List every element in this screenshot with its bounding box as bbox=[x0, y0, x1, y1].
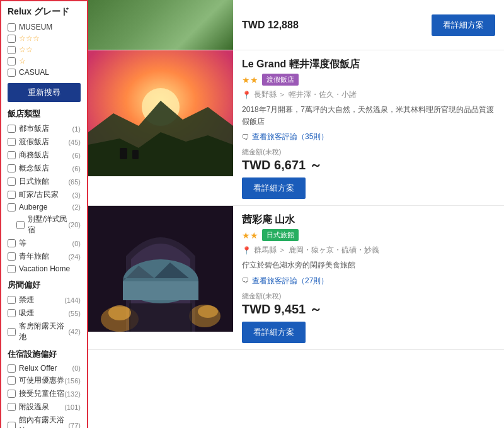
type-ryokan-label: 日式旅館 bbox=[19, 176, 49, 187]
fac-children-label: 接受兒童住宿 bbox=[19, 388, 64, 399]
hotel-2-badge: 渡假飯店 bbox=[262, 74, 299, 86]
type-business-hotel-count: (6) bbox=[72, 152, 81, 159]
hotel-2-info: Le Grand 輕井澤度假飯店 ★★ 渡假飯店 📍 長野縣 ＞ 輕井澤・佐久・… bbox=[233, 50, 504, 205]
hotel-2-price: TWD 6,671 ～ bbox=[242, 157, 495, 174]
type-villa-checkbox[interactable] bbox=[16, 221, 25, 229]
type-resort-hotel-checkbox[interactable] bbox=[8, 138, 16, 146]
type-etc-label: 等 bbox=[19, 238, 26, 249]
hotel-3-price-row: 總金額(未稅) TWD 9,451 ～ bbox=[242, 291, 495, 318]
type-concept-hotel-checkbox[interactable] bbox=[8, 164, 16, 172]
type-hostel-checkbox[interactable] bbox=[8, 252, 16, 261]
hotel-3-desc: 佇立於碧色湖水旁的閑靜美食旅館 bbox=[242, 259, 495, 271]
facility-pref-title: 住宿設施偏好 bbox=[8, 349, 81, 360]
pref-smoking-label: 吸煙 bbox=[19, 308, 34, 318]
type-machiya: 町家/古民家 (3) bbox=[8, 189, 81, 200]
fac-outdoor-bath-checkbox[interactable] bbox=[8, 422, 16, 429]
type-resort-hotel-label: 渡假飯店 bbox=[19, 137, 49, 147]
pref-no-smoking: 禁煙 (144) bbox=[8, 295, 81, 305]
type-ryokan-checkbox[interactable] bbox=[8, 177, 16, 186]
grade-casual: CASUAL bbox=[8, 68, 81, 77]
type-etc: 等 (0) bbox=[8, 238, 81, 249]
svg-rect-5 bbox=[132, 150, 139, 159]
grade-museum: MUSEUM bbox=[8, 23, 81, 31]
fac-outdoor-bath-label: 館內有露天浴池 bbox=[19, 415, 68, 428]
fac-coupon-checkbox[interactable] bbox=[8, 376, 16, 385]
grade-2stars-checkbox[interactable] bbox=[8, 46, 16, 54]
hotel-card-2: Le Grand 輕井澤度假飯店 ★★ 渡假飯店 📍 長野縣 ＞ 輕井澤・佐久・… bbox=[88, 50, 504, 206]
fac-outdoor-bath-count: (77) bbox=[68, 422, 81, 428]
hotel-3-detail-button[interactable]: 看詳細方案 bbox=[242, 322, 306, 343]
type-hostel-count: (24) bbox=[68, 253, 81, 261]
hotel-3-badge: 日式旅館 bbox=[262, 229, 299, 241]
type-villa-label: 別墅/洋式民宿 bbox=[28, 214, 68, 235]
grade-1star-checkbox[interactable] bbox=[8, 57, 16, 65]
grade-casual-label: CASUAL bbox=[19, 68, 49, 77]
pref-no-smoking-checkbox[interactable] bbox=[8, 296, 16, 304]
svg-rect-4 bbox=[120, 148, 127, 159]
type-vacation-home-label: Vacation Home bbox=[19, 264, 70, 273]
type-business-hotel: 商務飯店 (6) bbox=[8, 150, 81, 160]
room-pref-title: 房間偏好 bbox=[8, 279, 81, 291]
hotel-2-badges: ★★ 渡假飯店 bbox=[242, 74, 495, 86]
hotel-2-price-label: 總金額(未稅) bbox=[242, 147, 495, 157]
type-machiya-checkbox[interactable] bbox=[8, 191, 16, 199]
hotel-2-reviews: 🗨 查看旅客評論（35則） bbox=[242, 132, 495, 142]
type-city-hotel-checkbox[interactable] bbox=[8, 125, 16, 133]
type-resort-hotel: 渡假飯店 (45) bbox=[8, 137, 81, 147]
hotel-1-detail-button[interactable]: 看詳細方案 bbox=[432, 14, 495, 36]
type-auberge-count: (2) bbox=[72, 203, 81, 211]
hotel-3-location: 📍 群馬縣 ＞ 鹿岡・猿ヶ京・硫磺・妙義 bbox=[242, 245, 495, 256]
pref-no-smoking-count: (144) bbox=[64, 296, 81, 304]
hotel-3-reviews: 🗨 查看旅客評論（27則） bbox=[242, 276, 495, 286]
hotel-2-detail-button[interactable]: 看詳細方案 bbox=[242, 177, 306, 199]
fac-relux-offer-count: (0) bbox=[72, 364, 81, 372]
fac-outdoor-bath: 館內有露天浴池 (77) bbox=[8, 415, 81, 428]
hotel-type-title: 飯店類型 bbox=[8, 108, 81, 120]
fac-relux-offer-checkbox[interactable] bbox=[8, 364, 16, 373]
fac-children-checkbox[interactable] bbox=[8, 390, 16, 398]
pref-smoking-checkbox[interactable] bbox=[8, 309, 16, 317]
sidebar: Relux グレード MUSEUM ☆☆☆ ☆☆ ☆ CASUAL 重新搜尋 飯… bbox=[0, 0, 88, 428]
hotel-2-reviews-link[interactable]: 查看旅客評論（35則） bbox=[252, 132, 328, 142]
hotel-3-name: 茜彩庵 山水 bbox=[242, 213, 495, 227]
grade-museum-checkbox[interactable] bbox=[8, 23, 16, 31]
type-vacation-home-checkbox[interactable] bbox=[8, 265, 16, 273]
type-hostel-label: 青年旅館 bbox=[19, 251, 49, 262]
type-etc-checkbox[interactable] bbox=[8, 239, 16, 247]
hotel-listing: TWD 12,888 看詳細方案 bbox=[88, 0, 504, 428]
grade-casual-checkbox[interactable] bbox=[8, 69, 16, 77]
type-hostel: 青年旅館 (24) bbox=[8, 251, 81, 262]
grade-3stars: ☆☆☆ bbox=[8, 34, 81, 43]
hotel-3-badges: ★★ 日式旅館 bbox=[242, 229, 495, 241]
pref-no-smoking-label: 禁煙 bbox=[19, 295, 34, 305]
pref-open-air-bath-checkbox[interactable] bbox=[8, 328, 16, 336]
grade-3stars-checkbox[interactable] bbox=[8, 35, 16, 43]
type-concept-hotel: 概念飯店 (6) bbox=[8, 163, 81, 174]
reset-button[interactable]: 重新搜尋 bbox=[8, 83, 81, 102]
review-icon-3: 🗨 bbox=[242, 276, 249, 285]
fac-relux-offer: Relux Offer (0) bbox=[8, 364, 81, 373]
hotel-card-3: 茜彩庵 山水 ★★ 日式旅館 📍 群馬縣 ＞ 鹿岡・猿ヶ京・硫磺・妙義 佇立於碧… bbox=[88, 206, 504, 349]
hotel-2-price-row: 總金額(未稅) TWD 6,671 ～ bbox=[242, 147, 495, 174]
pref-open-air-bath-label: 客房附露天浴池 bbox=[19, 321, 68, 342]
type-ryokan-count: (65) bbox=[68, 178, 81, 186]
grade-2stars: ☆☆ bbox=[8, 45, 81, 54]
svg-rect-8 bbox=[123, 281, 198, 300]
type-concept-hotel-count: (6) bbox=[72, 165, 81, 172]
type-auberge-checkbox[interactable] bbox=[8, 203, 16, 211]
hotel-2-name: Le Grand 輕井澤度假飯店 bbox=[242, 58, 495, 71]
type-villa: 別墅/洋式民宿 (20) bbox=[8, 214, 81, 235]
type-business-hotel-checkbox[interactable] bbox=[8, 151, 16, 159]
hotel-2-location: 📍 長野縣 ＞ 輕井澤・佐久・小諸 bbox=[242, 89, 495, 100]
fac-relux-offer-label: Relux Offer bbox=[19, 364, 57, 373]
fac-hot-spring-checkbox[interactable] bbox=[8, 403, 16, 411]
hotel-3-reviews-link[interactable]: 查看旅客評論（27則） bbox=[252, 276, 328, 286]
hotel-3-location-text: 群馬縣 ＞ 鹿岡・猿ヶ京・硫磺・妙義 bbox=[254, 245, 379, 256]
fac-children: 接受兒童住宿 (132) bbox=[8, 388, 81, 399]
hotel-1-image bbox=[88, 0, 233, 50]
fac-coupon: 可使用優惠券 (156) bbox=[8, 375, 81, 386]
hotel-2-stars: ★★ bbox=[242, 75, 258, 85]
grade-museum-label: MUSEUM bbox=[19, 23, 52, 31]
svg-rect-13 bbox=[129, 303, 192, 332]
type-machiya-label: 町家/古民家 bbox=[19, 189, 59, 200]
